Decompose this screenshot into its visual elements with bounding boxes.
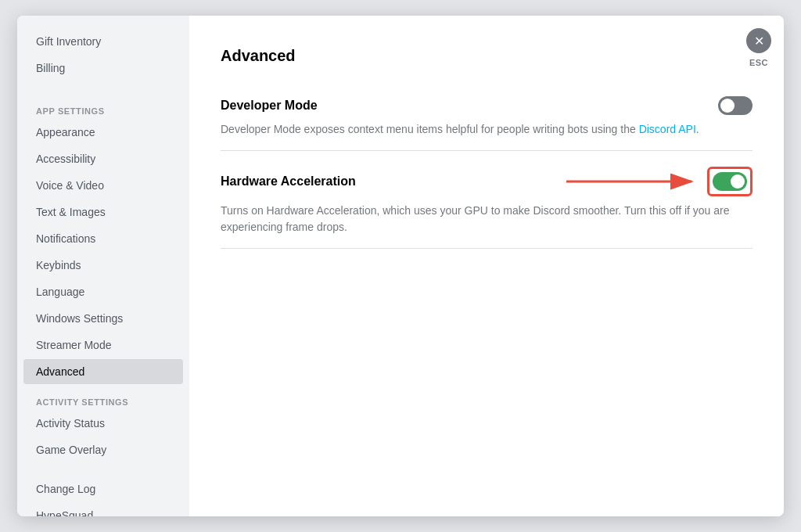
main-content: ✕ ESC Advanced Developer Mode Developer …	[189, 16, 784, 516]
app-settings-label: APP SETTINGS	[23, 94, 183, 119]
sidebar-item-accessibility[interactable]: Accessibility	[23, 146, 183, 171]
toggle-knob-developer	[720, 99, 735, 113]
sidebar-item-activity-status[interactable]: Activity Status	[23, 411, 183, 436]
sidebar-item-game-overlay[interactable]: Game Overlay	[23, 437, 183, 462]
developer-mode-description: Developer Mode exposes context menu item…	[221, 121, 753, 138]
activity-settings-label: ACTIVITY SETTINGS	[23, 385, 183, 410]
red-arrow-indicator	[566, 171, 707, 192]
sidebar-item-appearance[interactable]: Appearance	[23, 120, 183, 145]
esc-label: ESC	[749, 58, 768, 67]
developer-mode-desc-suffix: .	[696, 123, 699, 135]
hardware-acceleration-title: Hardware Acceleration	[221, 174, 356, 189]
sidebar-item-advanced[interactable]: Advanced	[23, 359, 183, 384]
hardware-acceleration-toggle[interactable]	[713, 172, 747, 191]
hardware-acceleration-toggle-box	[707, 167, 753, 196]
sidebar-item-hypesquad[interactable]: HypeSquad	[23, 503, 183, 516]
sidebar: Gift Inventory Billing APP SETTINGS Appe…	[17, 16, 189, 516]
bottom-divider	[221, 248, 753, 249]
sidebar-item-billing[interactable]: Billing	[23, 56, 183, 81]
settings-divider	[221, 150, 753, 151]
sidebar-item-language[interactable]: Language	[23, 279, 183, 304]
sidebar-item-streamer-mode[interactable]: Streamer Mode	[23, 332, 183, 358]
developer-mode-row: Developer Mode	[221, 84, 753, 121]
developer-mode-desc-prefix: Developer Mode exposes context menu item…	[221, 123, 639, 135]
sidebar-item-windows-settings[interactable]: Windows Settings	[23, 306, 183, 331]
discord-api-link[interactable]: Discord API	[639, 123, 696, 135]
sidebar-item-gift-inventory[interactable]: Gift Inventory	[23, 29, 183, 54]
close-button[interactable]: ✕	[746, 28, 771, 53]
sidebar-item-text-images[interactable]: Text & Images	[23, 200, 183, 225]
developer-mode-toggle[interactable]	[718, 96, 753, 115]
hardware-acceleration-row: Hardware Acceleration	[221, 167, 753, 196]
sidebar-item-change-log[interactable]: Change Log	[23, 476, 183, 501]
settings-window: Gift Inventory Billing APP SETTINGS Appe…	[17, 16, 784, 516]
toggle-knob-hardware	[731, 174, 745, 189]
developer-mode-title: Developer Mode	[221, 99, 318, 113]
sidebar-item-notifications[interactable]: Notifications	[23, 226, 183, 251]
hardware-acceleration-description: Turns on Hardware Acceleration, which us…	[221, 203, 753, 235]
page-title: Advanced	[221, 47, 753, 65]
sidebar-item-keybinds[interactable]: Keybinds	[23, 253, 183, 278]
sidebar-item-voice-video[interactable]: Voice & Video	[23, 173, 183, 198]
